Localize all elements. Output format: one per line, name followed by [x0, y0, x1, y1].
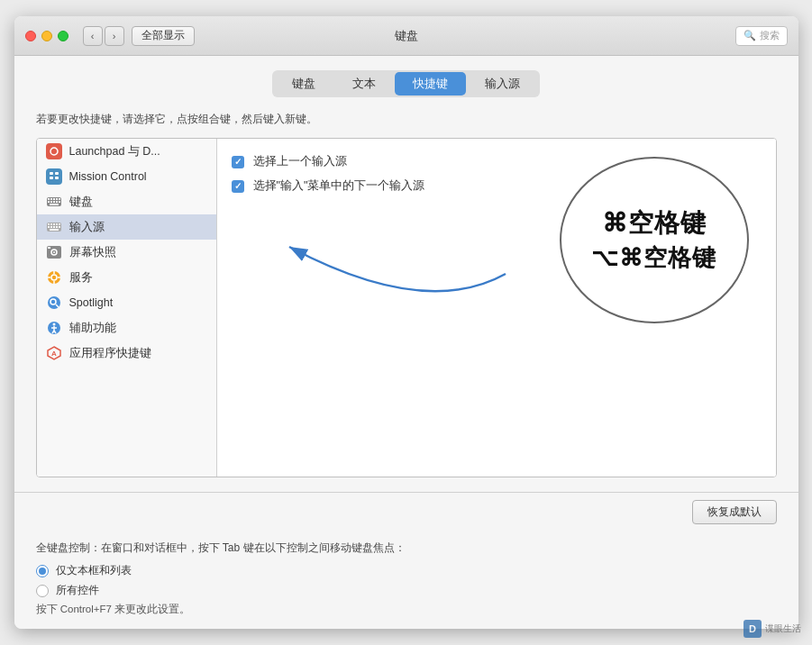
checkbox-2[interactable] [232, 180, 244, 193]
main-panel: Launchpad 与 D... Mission Control 键盘 [36, 138, 777, 477]
screenshot-icon [46, 244, 62, 260]
svg-text:A: A [51, 350, 57, 358]
back-button[interactable]: ‹ [83, 26, 103, 46]
svg-rect-2 [48, 170, 60, 183]
forward-button[interactable]: › [105, 26, 124, 46]
services-icon [46, 269, 62, 286]
sidebar-item-app-shortcuts-label: 应用程序快捷键 [69, 346, 151, 361]
sidebar-item-app-shortcuts[interactable]: A 应用程序快捷键 [37, 341, 216, 366]
checkbox-1[interactable] [232, 156, 244, 168]
footer-hint: 按下 Control+F7 来更改此设置。 [36, 603, 777, 616]
sidebar-item-services-label: 服务 [69, 270, 93, 286]
titlebar: ‹ › 全部显示 键盘 🔍 搜索 [14, 16, 798, 56]
tab-keyboard[interactable]: 键盘 [274, 72, 333, 95]
svg-rect-4 [55, 172, 59, 175]
hint-text: 若要更改快捷键，请选择它，点按组合键，然后键入新键。 [36, 112, 777, 127]
traffic-lights [25, 31, 68, 41]
svg-rect-29 [59, 226, 60, 228]
watermark: D 谍眼生活 [744, 620, 798, 629]
search-icon: 🔍 [744, 30, 756, 41]
radio-all-controls[interactable] [36, 585, 49, 597]
bottom-bar: 恢复成默认 [14, 492, 798, 531]
sidebar-item-screenshot[interactable]: 屏幕快照 [37, 240, 216, 265]
svg-rect-27 [53, 226, 55, 228]
sidebar-item-input[interactable]: 输入源 [37, 214, 216, 240]
tab-input-source[interactable]: 输入源 [467, 72, 538, 95]
svg-rect-26 [50, 226, 52, 228]
sidebar-item-mission-label: Mission Control [69, 170, 147, 183]
sidebar-item-keyboard-label: 键盘 [69, 195, 93, 210]
sidebar-item-input-label: 输入源 [69, 220, 105, 235]
radio-label-2: 所有控件 [56, 583, 99, 598]
keyboard-preferences-window: ‹ › 全部显示 键盘 🔍 搜索 键盘 文本 快捷键 输入源 若要更改快捷键，请… [14, 16, 798, 629]
svg-rect-11 [56, 198, 58, 200]
svg-point-33 [53, 251, 55, 253]
tab-bar: 键盘 文本 快捷键 输入源 [272, 70, 540, 97]
svg-rect-5 [50, 177, 53, 179]
svg-rect-6 [55, 177, 59, 179]
input-icon [46, 219, 62, 235]
svg-rect-9 [50, 198, 52, 200]
annotation-bubble: ⌘空格键 ⌥⌘空格键 [560, 157, 749, 323]
svg-rect-21 [50, 223, 52, 225]
show-all-button[interactable]: 全部显示 [132, 26, 195, 46]
svg-rect-15 [53, 201, 55, 203]
tab-text[interactable]: 文本 [334, 72, 394, 95]
svg-rect-3 [50, 172, 53, 175]
sidebar-item-spotlight-label: Spotlight [69, 296, 114, 309]
minimize-button[interactable] [41, 31, 52, 41]
radio-text-only[interactable] [36, 565, 49, 577]
tab-shortcuts[interactable]: 快捷键 [395, 72, 466, 95]
bubble-line2: ⌥⌘空格键 [591, 242, 716, 274]
sidebar-item-accessibility[interactable]: 辅助功能 [37, 315, 216, 341]
mission-icon [46, 168, 62, 185]
svg-rect-14 [50, 201, 52, 203]
svg-rect-18 [50, 204, 59, 205]
sidebar-item-mission[interactable]: Mission Control [37, 164, 216, 189]
shortcut-label-2: 选择"输入"菜单中的下一个输入源 [253, 178, 425, 194]
shortcuts-panel: 选择上一个输入源 选择"输入"菜单中的下一个输入源 ⌘空格键 ⌥⌘空格键 [217, 139, 776, 477]
app-shortcuts-icon: A [46, 345, 62, 361]
svg-rect-10 [53, 198, 55, 200]
radio-row-2: 所有控件 [36, 583, 777, 598]
radio-label-1: 仅文本框和列表 [56, 563, 132, 578]
watermark-icon: D [744, 620, 762, 629]
nav-buttons: ‹ › [83, 26, 124, 46]
content-area: 若要更改快捷键，请选择它，点按组合键，然后键入新键。 Launchpad 与 D… [14, 97, 798, 492]
svg-rect-8 [48, 198, 50, 200]
svg-rect-28 [56, 226, 58, 228]
sidebar-item-services[interactable]: 服务 [37, 265, 216, 290]
watermark-text: 谍眼生活 [765, 622, 798, 629]
launchpad-icon [46, 143, 62, 159]
search-placeholder: 搜索 [760, 29, 780, 42]
maximize-button[interactable] [58, 31, 68, 41]
search-box[interactable]: 🔍 搜索 [735, 26, 788, 46]
svg-rect-17 [59, 201, 60, 203]
svg-rect-20 [48, 223, 50, 225]
accessibility-icon [46, 320, 62, 336]
svg-point-45 [52, 323, 55, 326]
sidebar-item-screenshot-label: 屏幕快照 [69, 245, 116, 260]
footer-title: 全键盘控制：在窗口和对话框中，按下 Tab 键在以下控制之间移动键盘焦点： [36, 541, 777, 556]
sidebar-item-accessibility-label: 辅助功能 [69, 321, 116, 336]
spotlight-icon [46, 295, 62, 311]
svg-rect-30 [50, 229, 59, 231]
svg-rect-34 [48, 247, 50, 249]
svg-rect-13 [48, 201, 50, 203]
close-button[interactable] [25, 31, 36, 41]
restore-defaults-button[interactable]: 恢复成默认 [692, 500, 777, 524]
sidebar-item-keyboard[interactable]: 键盘 [37, 189, 216, 214]
sidebar-item-launchpad-label: Launchpad 与 D... [69, 144, 160, 159]
svg-rect-23 [56, 223, 58, 225]
footer: 全键盘控制：在窗口和对话框中，按下 Tab 键在以下控制之间移动键盘焦点： 仅文… [14, 531, 798, 629]
shortcut-label-1: 选择上一个输入源 [253, 154, 347, 169]
svg-rect-12 [59, 198, 60, 200]
tabs-area: 键盘 文本 快捷键 输入源 [14, 56, 798, 97]
radio-row-1: 仅文本框和列表 [36, 563, 777, 578]
sidebar-item-spotlight[interactable]: Spotlight [37, 290, 216, 315]
svg-rect-16 [56, 201, 58, 203]
bubble-line1: ⌘空格键 [602, 206, 707, 241]
sidebar-list: Launchpad 与 D... Mission Control 键盘 [37, 139, 217, 477]
svg-rect-0 [48, 145, 60, 158]
sidebar-item-launchpad[interactable]: Launchpad 与 D... [37, 139, 216, 164]
